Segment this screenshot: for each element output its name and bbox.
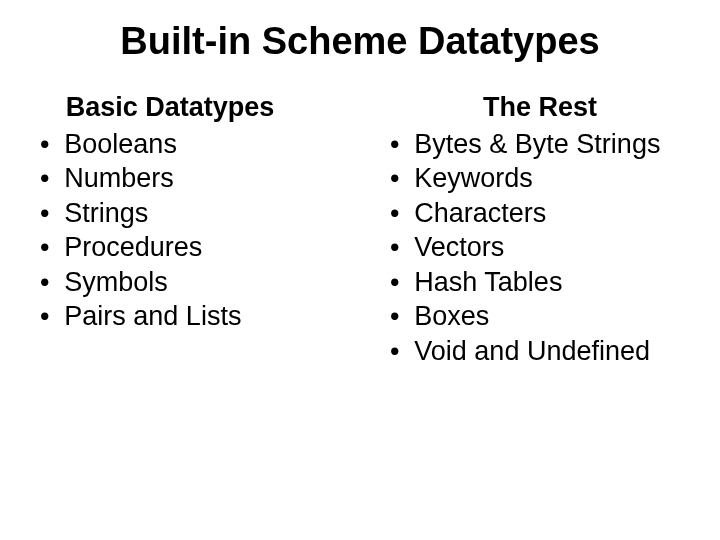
list-item: •Booleans [40,127,300,162]
list-item: •Pairs and Lists [40,299,300,334]
list-item: •Hash Tables [390,265,690,300]
list-item-label: Hash Tables [414,267,562,297]
bullet-icon: • [390,299,414,334]
list-item: •Bytes & Byte Strings [390,127,690,162]
list-item-label: Booleans [64,129,177,159]
bullet-icon: • [390,334,414,369]
list-item: •Strings [40,196,300,231]
list-item-label: Void and Undefined [414,336,650,366]
bullet-icon: • [390,265,414,300]
list-item-label: Symbols [64,267,168,297]
list-item-label: Strings [64,198,148,228]
bullet-icon: • [40,161,64,196]
list-item: •Characters [390,196,690,231]
left-column: Basic Datatypes •Booleans •Numbers •Stri… [40,91,300,369]
list-item-label: Bytes & Byte Strings [414,129,660,159]
list-item-label: Characters [414,198,546,228]
list-item-label: Pairs and Lists [64,301,241,331]
list-item: •Void and Undefined [390,334,690,369]
list-item: •Numbers [40,161,300,196]
bullet-icon: • [390,230,414,265]
list-item: •Boxes [390,299,690,334]
right-column: The Rest •Bytes & Byte Strings •Keywords… [390,91,690,369]
columns: Basic Datatypes •Booleans •Numbers •Stri… [0,91,720,369]
list-item: •Symbols [40,265,300,300]
bullet-icon: • [40,127,64,162]
list-item-label: Procedures [64,232,202,262]
list-item-label: Keywords [414,163,533,193]
bullet-icon: • [40,230,64,265]
slide-title: Built-in Scheme Datatypes [0,20,720,63]
bullet-icon: • [40,265,64,300]
bullet-icon: • [390,127,414,162]
bullet-icon: • [40,299,64,334]
list-item: •Keywords [390,161,690,196]
list-item-label: Numbers [64,163,174,193]
list-item: •Vectors [390,230,690,265]
bullet-icon: • [390,196,414,231]
list-item: •Procedures [40,230,300,265]
slide: Built-in Scheme Datatypes Basic Datatype… [0,0,720,540]
list-item-label: Boxes [414,301,489,331]
left-column-heading: Basic Datatypes [40,91,300,125]
bullet-icon: • [390,161,414,196]
list-item-label: Vectors [414,232,504,262]
right-column-heading: The Rest [390,91,690,125]
bullet-icon: • [40,196,64,231]
